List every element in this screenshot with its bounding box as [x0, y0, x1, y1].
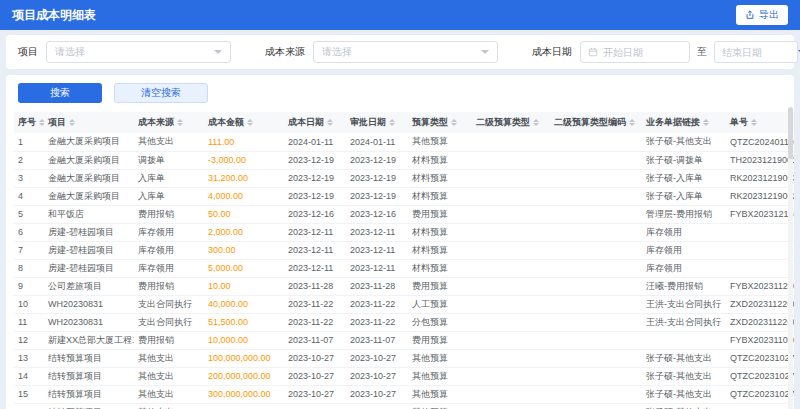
column-header[interactable]: 预算类型: [408, 112, 472, 133]
table-cell: [550, 205, 642, 223]
table-row: 14结转预算项目其他支出200,000,000.002023-10-272023…: [14, 367, 794, 385]
scrollbar-thumb[interactable]: [788, 107, 793, 159]
table-cell: 4,000.00: [204, 187, 284, 205]
date-start-input[interactable]: [603, 47, 665, 58]
column-header[interactable]: 业务单据链接: [642, 112, 726, 133]
sort-icon[interactable]: [451, 119, 457, 126]
chevron-down-icon: [481, 50, 489, 54]
table-cell: 张子硕-调拨单: [642, 151, 726, 169]
column-header[interactable]: 项目: [44, 112, 134, 133]
table-cell: 300,000,000.00: [204, 385, 284, 403]
cost-date-filter-label: 成本日期: [532, 45, 572, 59]
table-cell: 10,000.00: [204, 331, 284, 349]
date-start-box[interactable]: [580, 41, 690, 63]
table-row: 2金融大厦采购项目调拨单-3,000.002023-12-192023-12-1…: [14, 151, 794, 169]
table-cell: 其他支出: [134, 349, 204, 367]
table-cell: 王洪-支出合同执行: [642, 295, 726, 313]
table-cell: 15: [14, 385, 44, 403]
export-icon: [745, 10, 755, 20]
table-row: 1金融大厦采购项目其他支出111.002024-01-112024-01-11其…: [14, 133, 794, 151]
table-cell: 2023-11-22: [284, 295, 346, 313]
column-header[interactable]: 成本金额: [204, 112, 284, 133]
clear-search-button[interactable]: 清空搜索: [114, 83, 208, 103]
table-card: 搜索 清空搜索 序号项目成本来源成本金额成本日期审批日期预算类型二级预算类型二级…: [6, 75, 794, 409]
column-header[interactable]: 单号: [726, 112, 794, 133]
table-cell: 支出合同执行: [134, 295, 204, 313]
sort-icon[interactable]: [751, 119, 757, 126]
column-header[interactable]: 二级预算类型: [472, 112, 550, 133]
column-header[interactable]: 审批日期: [346, 112, 408, 133]
project-select[interactable]: 请选择: [46, 41, 231, 63]
table-cell: 其他预算: [408, 367, 472, 385]
table-cell: 2023-10-27: [284, 367, 346, 385]
table-cell: [472, 133, 550, 151]
sort-icon[interactable]: [703, 119, 709, 126]
table-cell: 库存领用: [642, 223, 726, 241]
table-cell: 其他预算: [408, 349, 472, 367]
table-cell: 2023-10-27: [346, 367, 408, 385]
search-button[interactable]: 搜索: [18, 83, 102, 103]
table-cell: 材料预算: [408, 259, 472, 277]
table-row: 7房建-碧桂园项目库存领用300.002023-12-112023-12-11材…: [14, 241, 794, 259]
table-cell: 张子硕-其他支出: [642, 403, 726, 409]
sort-icon[interactable]: [629, 119, 635, 126]
table-cell: 费用报销: [134, 331, 204, 349]
export-button[interactable]: 导出: [736, 5, 788, 25]
sort-icon[interactable]: [177, 119, 183, 126]
table-cell: 金融大厦采购项目: [44, 133, 134, 151]
column-header[interactable]: 序号: [14, 112, 44, 133]
table-cell: 材料预算: [408, 187, 472, 205]
table-cell: 库存领用: [134, 259, 204, 277]
filter-project: 项目 请选择: [18, 41, 231, 63]
sort-icon[interactable]: [69, 119, 75, 126]
table-cell: TH20231219001: [726, 151, 794, 169]
table-cell: 1: [14, 133, 44, 151]
sort-icon[interactable]: [389, 119, 395, 126]
table-cell: 房建-碧桂园项目: [44, 223, 134, 241]
cost-source-select[interactable]: 请选择: [313, 41, 498, 63]
column-header-label: 预算类型: [412, 117, 448, 127]
page-header: 项目成本明细表 导出: [0, 0, 800, 30]
table-cell: 50.00: [204, 205, 284, 223]
table-cell: [550, 151, 642, 169]
table-cell: 2023-11-22: [346, 313, 408, 331]
cost-table-body: 1金融大厦采购项目其他支出111.002024-01-112024-01-11其…: [14, 133, 794, 409]
sort-icon[interactable]: [533, 119, 539, 126]
table-cell: 库存领用: [642, 259, 726, 277]
table-cell: 支出合同执行: [134, 313, 204, 331]
sort-icon[interactable]: [327, 119, 333, 126]
sort-icon[interactable]: [247, 119, 253, 126]
table-cell: 2023-11-28: [284, 277, 346, 295]
table-cell: 库存领用: [642, 241, 726, 259]
table-row: 8房建-碧桂园项目库存领用5,000.002023-12-112023-12-1…: [14, 259, 794, 277]
table-cell: 金融大厦采购项目: [44, 187, 134, 205]
table-cell: 11: [14, 313, 44, 331]
table-cell: 2023-12-11: [346, 241, 408, 259]
sort-icon[interactable]: [39, 119, 44, 126]
table-cell: [550, 187, 642, 205]
date-end-input[interactable]: [722, 47, 784, 58]
table-cell: [550, 241, 642, 259]
table-cell: WH20230831: [44, 295, 134, 313]
column-header[interactable]: 成本日期: [284, 112, 346, 133]
table-cell: 14: [14, 367, 44, 385]
table-cell: 12: [14, 331, 44, 349]
table-cell: [472, 151, 550, 169]
table-cell: ZXD20231122002: [726, 295, 794, 313]
table-cell: QTZC20231027002: [726, 403, 794, 409]
vertical-scrollbar[interactable]: [788, 107, 793, 409]
table-cell: [726, 223, 794, 241]
date-end-box[interactable]: [714, 41, 798, 63]
table-cell: 入库单: [134, 169, 204, 187]
table-cell: 6: [14, 223, 44, 241]
table-cell: [472, 367, 550, 385]
table-cell: 2,000.00: [204, 223, 284, 241]
column-header[interactable]: 二级预算类型编码: [550, 112, 642, 133]
column-header[interactable]: 成本来源: [134, 112, 204, 133]
table-cell: 金融大厦采购项目: [44, 151, 134, 169]
table-cell: 库存领用: [134, 223, 204, 241]
table-cell: 5: [14, 205, 44, 223]
table-cell: 张子硕-入库单: [642, 187, 726, 205]
cost-table-head: 序号项目成本来源成本金额成本日期审批日期预算类型二级预算类型二级预算类型编码业务…: [14, 112, 794, 133]
table-cell: 2023-12-19: [346, 187, 408, 205]
